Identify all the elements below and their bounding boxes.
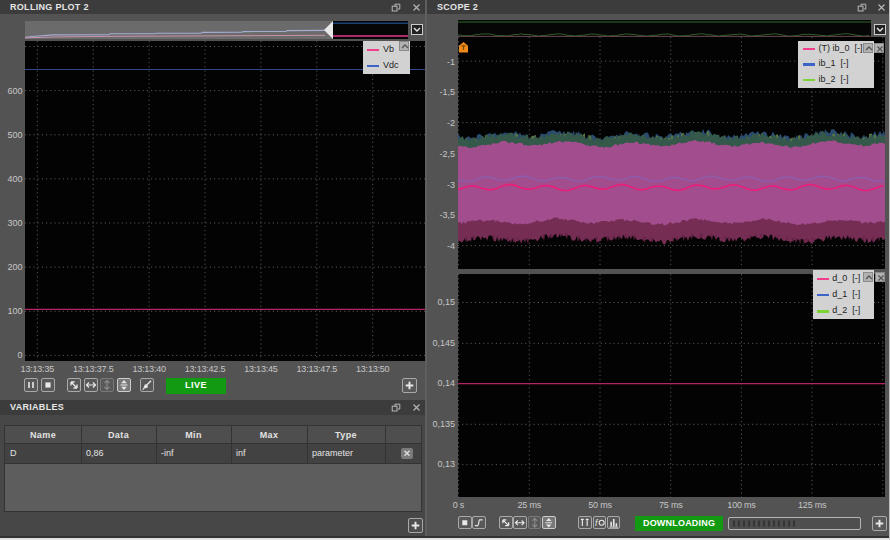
- svg-text:f: f: [595, 518, 599, 528]
